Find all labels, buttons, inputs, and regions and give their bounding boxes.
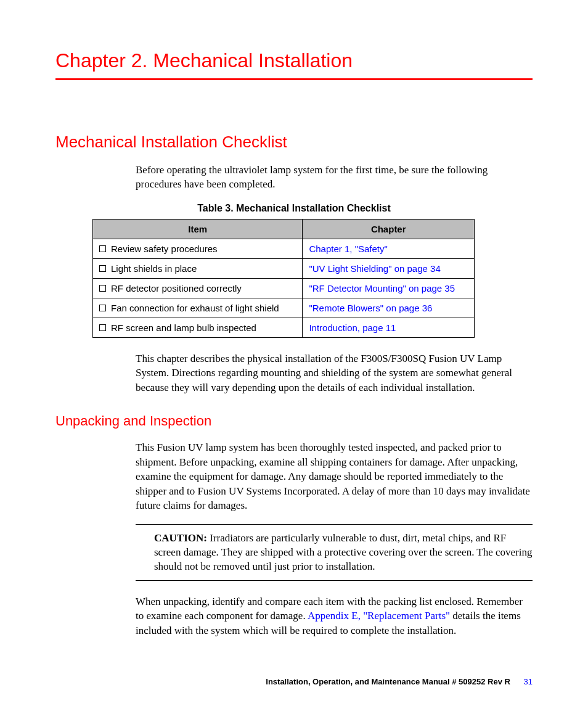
- chapter-link[interactable]: Introduction, page 11: [309, 322, 396, 333]
- caution-label: CAUTION:: [154, 532, 210, 544]
- table-cell-item: RF screen and lamp bulb inspected: [93, 318, 303, 337]
- unpacking-paragraph-2: When unpacking, identify and compare eac…: [136, 594, 533, 638]
- caution-body: Irradiators are particularly vulnerable …: [154, 532, 532, 573]
- checkbox-icon: [99, 324, 106, 331]
- table-row: RF screen and lamp bulb inspectedIntrodu…: [93, 318, 475, 337]
- table-cell-item: Light shields in place: [93, 258, 303, 278]
- checkbox-icon: [99, 245, 106, 252]
- table-cell-chapter: Chapter 1, "Safety": [303, 239, 475, 258]
- table-cell-chapter: "UV Light Shielding" on page 34: [303, 258, 475, 278]
- checkbox-icon: [99, 285, 106, 292]
- intro-paragraph: Before operating the ultraviolet lamp sy…: [136, 163, 533, 192]
- table-row: Light shields in place"UV Light Shieldin…: [93, 258, 475, 278]
- caution-box: CAUTION: Irradiators are particularly vu…: [136, 524, 533, 581]
- chapter-title: Chapter 2. Mechanical Installation: [55, 49, 533, 80]
- table-header-chapter: Chapter: [303, 219, 475, 239]
- item-text: RF detector positioned correctly: [111, 283, 242, 293]
- chapter-link[interactable]: "RF Detector Mounting" on page 35: [309, 283, 455, 293]
- chapter-link[interactable]: "UV Light Shielding" on page 34: [309, 263, 440, 274]
- chapter-link[interactable]: "Remote Blowers" on page 36: [309, 303, 432, 313]
- subsection-heading-unpacking: Unpacking and Inspection: [55, 413, 533, 429]
- item-text: Fan connection for exhaust of light shie…: [111, 303, 279, 313]
- table-row: RF detector positioned correctly"RF Dete…: [93, 278, 475, 298]
- table-cell-chapter: "RF Detector Mounting" on page 35: [303, 278, 475, 298]
- table-row: Review safety proceduresChapter 1, "Safe…: [93, 239, 475, 258]
- chapter-description: This chapter describes the physical inst…: [136, 351, 533, 395]
- table-cell-item: Fan connection for exhaust of light shie…: [93, 298, 303, 318]
- table-cell-item: RF detector positioned correctly: [93, 278, 303, 298]
- checklist-table: Item Chapter Review safety proceduresCha…: [92, 219, 475, 338]
- table-cell-chapter: "Remote Blowers" on page 36: [303, 298, 475, 318]
- item-text: Light shields in place: [111, 263, 197, 274]
- table-cell-chapter: Introduction, page 11: [303, 318, 475, 337]
- table-row: Fan connection for exhaust of light shie…: [93, 298, 475, 318]
- page-footer: Installation, Operation, and Maintenance…: [266, 677, 533, 686]
- item-text: Review safety procedures: [111, 244, 218, 254]
- checkbox-icon: [99, 265, 106, 272]
- unpacking-paragraph-1: This Fusion UV lamp system has been thor…: [136, 440, 533, 512]
- table-cell-item: Review safety procedures: [93, 239, 303, 258]
- chapter-link[interactable]: Chapter 1, "Safety": [309, 244, 387, 254]
- appendix-link[interactable]: Appendix E, "Replacement Parts": [308, 610, 450, 622]
- item-text: RF screen and lamp bulb inspected: [111, 322, 256, 333]
- table-caption: Table 3. Mechanical Installation Checkli…: [55, 203, 533, 214]
- footer-manual-title: Installation, Operation, and Maintenance…: [266, 677, 510, 686]
- checkbox-icon: [99, 305, 106, 311]
- section-heading-checklist: Mechanical Installation Checklist: [55, 133, 533, 152]
- page-number: 31: [524, 677, 533, 686]
- table-header-item: Item: [93, 219, 303, 239]
